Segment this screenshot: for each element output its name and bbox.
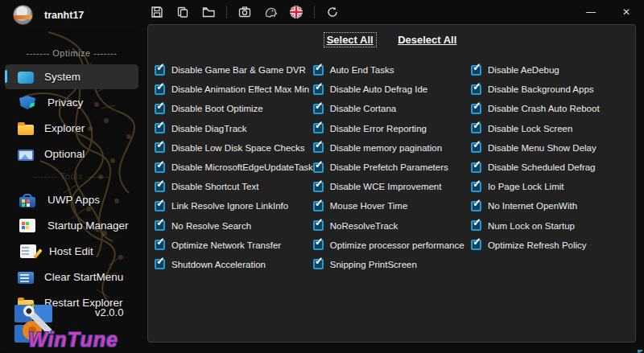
checkbox-item-disable-aedebug[interactable]: Disable AeDebug (471, 60, 629, 80)
checkbox[interactable] (471, 84, 481, 95)
checkbox-item-disable-game-bar-game-dvr[interactable]: Disable Game Bar & Game DVR (155, 60, 313, 80)
checkbox-item-disable-wce-improvement[interactable]: Disable WCE Improvement (313, 177, 471, 196)
checkbox-item-num-lock-on-startup[interactable]: Num Lock on Startup (471, 216, 629, 236)
checkbox-item-optimize-network-transfer[interactable]: Optimize Network Transfer (155, 236, 313, 255)
monitor-icon (18, 72, 34, 84)
select-all-link[interactable]: Select All (324, 33, 376, 47)
checkbox[interactable] (155, 84, 165, 95)
checkbox[interactable] (471, 162, 481, 173)
checkbox-item-disable-background-apps[interactable]: Disable Background Apps (471, 80, 629, 99)
sidebar-item-startup-manager[interactable]: Startup Manager (5, 213, 138, 238)
checkbox[interactable] (471, 123, 481, 133)
checkbox[interactable] (313, 240, 324, 250)
checkbox[interactable] (471, 142, 481, 153)
checkbox[interactable] (155, 142, 165, 153)
sidebar-item-system[interactable]: System (5, 64, 138, 89)
checkbox-item-optimize-processor-performance[interactable]: Optimize processor performance (313, 236, 471, 255)
checkbox-item-mouse-hover-time[interactable]: Mouse Hover Time (313, 196, 471, 215)
checkbox[interactable] (313, 65, 324, 76)
sidebar-item-explorer[interactable]: Explorer (5, 116, 138, 141)
checkbox-item-disable-crash-auto-reboot[interactable]: Disable Crash Auto Reboot (471, 99, 629, 118)
checkbox[interactable] (313, 123, 324, 133)
language-uk-flag-icon[interactable] (287, 2, 306, 22)
checkbox-item-disable-auto-defrag-ide[interactable]: Disable Auto Defrag Ide (313, 80, 471, 99)
checkbox[interactable] (471, 240, 481, 250)
checkbox[interactable] (155, 65, 165, 76)
checkbox-item-disable-error-reporting[interactable]: Disable Error Reporting (313, 119, 471, 138)
checkbox-item-disable-animation-effect-max-min[interactable]: Disable Animation Effect Max Min (155, 80, 313, 99)
checkbox-item-disable-lock-screen[interactable]: Disable Lock Screen (471, 119, 629, 138)
checkbox[interactable] (155, 182, 165, 192)
camera-icon[interactable] (235, 2, 254, 22)
profile-head-icon[interactable] (261, 2, 280, 22)
checkbox-label: Disable Shortcut Text (171, 182, 258, 191)
save-icon[interactable] (147, 2, 167, 22)
checkbox-label: Disable Auto Defrag Ide (330, 84, 427, 94)
refresh-icon[interactable] (323, 2, 342, 22)
checkbox-item-no-internet-openwith[interactable]: No Internet OpenWith (471, 196, 629, 215)
checkbox-item-disable-microsoftedgeupdatetask[interactable]: Disable MicrosoftEdgeUpdateTask (155, 158, 313, 177)
checkbox-item-io-page-lock-limit[interactable]: Io Page Lock Limit (471, 177, 629, 196)
sidebar-item-label: Host Edit (49, 245, 93, 257)
checkbox-item-disable-prefetch-parameters[interactable]: Disable Prefetch Parameters (313, 158, 471, 177)
checkbox-item-disable-low-disk-space-checks[interactable]: Disable Low Disk Space Checks (155, 138, 313, 158)
checkbox[interactable] (313, 201, 324, 211)
sidebar-item-optional[interactable]: Optional (5, 142, 138, 166)
checkbox-item-disable-menu-show-delay[interactable]: Disable Menu Show Delay (471, 138, 629, 158)
section-divider: ------- Tools ------- (0, 171, 143, 181)
brand-name: WinTune (28, 328, 118, 351)
checkbox[interactable] (155, 162, 165, 173)
minimize-button[interactable]: — (573, 0, 609, 24)
resize-corner-accent (638, 350, 644, 353)
checkbox-item-auto-end-tasks[interactable]: Auto End Tasks (313, 60, 471, 80)
checkbox[interactable] (471, 220, 481, 231)
checkbox-item-disable-boot-optimize[interactable]: Disable Boot Optimize (155, 99, 313, 118)
checkbox-label: Disable Error Reporting (330, 124, 427, 133)
deselect-all-link[interactable]: Deselect All (395, 33, 459, 47)
sidebar-item-uwp-apps[interactable]: UWP Apps (5, 187, 138, 212)
checkbox[interactable] (471, 201, 481, 211)
checkbox-label: Disable Game Bar & Game DVR (171, 65, 306, 75)
checkbox-item-disable-diagtrack[interactable]: Disable DiagTrack (155, 119, 313, 138)
checkbox[interactable] (155, 104, 165, 114)
checkbox-item-no-resolve-search[interactable]: No Resolve Search (155, 216, 313, 236)
checkbox[interactable] (471, 65, 481, 76)
copy-icon[interactable] (173, 2, 192, 22)
checkbox[interactable] (155, 123, 165, 133)
checkbox-label: Disable MicrosoftEdgeUpdateTask (171, 162, 313, 172)
version-label: v2.0.0 (95, 306, 123, 318)
checkbox[interactable] (155, 259, 165, 269)
shield-icon (19, 96, 35, 109)
checkbox-item-noresolvetrack[interactable]: NoResolveTrack (313, 216, 471, 236)
sidebar-item-label: Startup Manager (47, 220, 129, 232)
checkbox[interactable] (313, 142, 324, 153)
close-button[interactable]: ✕ (609, 0, 644, 24)
checkbox[interactable] (313, 84, 324, 95)
checkbox[interactable] (313, 104, 324, 114)
checkbox[interactable] (313, 162, 324, 173)
sidebar-item-label: UWP Apps (47, 194, 100, 206)
checkbox-item-disable-cortana[interactable]: Disable Cortana (313, 99, 471, 118)
checkbox-item-snipping-printscreen[interactable]: Snipping PrintScreen (313, 255, 471, 274)
open-folder-icon[interactable] (199, 2, 218, 22)
checkbox-item-shutdown-acceleration[interactable]: Shutdown Acceleration (155, 255, 313, 274)
sidebar-item-host-edit[interactable]: Host Edit (5, 239, 138, 264)
checkbox[interactable] (313, 220, 324, 231)
checkbox-item-disable-scheduled-defrag[interactable]: Disable Scheduled Defrag (471, 158, 629, 177)
checkbox[interactable] (471, 182, 481, 192)
sidebar-item-clear-startmenu[interactable]: Clear StartMenu (5, 265, 138, 289)
sidebar-menu: ------- Optimize ------- System Privacy … (0, 43, 143, 316)
checkbox[interactable] (471, 104, 481, 114)
checkbox[interactable] (155, 240, 165, 250)
sidebar: tranht17 ------- Optimize ------- System… (0, 0, 143, 353)
checkbox-item-link-resolve-ignore-linkinfo[interactable]: Link Resolve Ignore LinkInfo (155, 196, 313, 215)
checkbox-item-disable-memory-pagination[interactable]: Disable memory pagination (313, 138, 471, 158)
checkbox[interactable] (313, 259, 324, 269)
edit-document-icon (20, 244, 36, 258)
checkbox-item-disable-shortcut-text[interactable]: Disable Shortcut Text (155, 177, 313, 196)
checkbox[interactable] (155, 201, 165, 211)
checkbox[interactable] (155, 220, 165, 231)
sidebar-item-privacy[interactable]: Privacy (5, 90, 138, 115)
checkbox[interactable] (313, 182, 324, 192)
checkbox-item-optimize-refresh-policy[interactable]: Optimize Refresh Policy (471, 236, 629, 255)
